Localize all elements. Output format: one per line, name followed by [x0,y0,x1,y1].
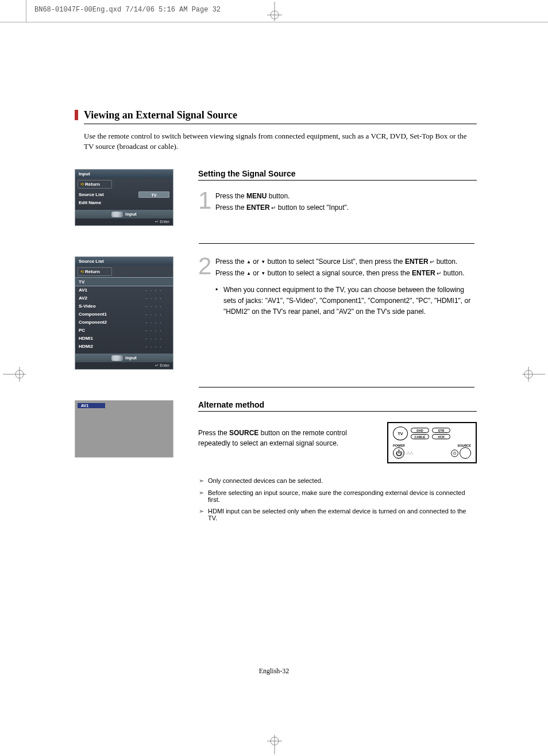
osd-row-value: - - - - [138,344,169,348]
section-source-list: Source List ⟲Return TV AV1- - - - AV2- -… [75,256,477,370]
osd-footer-label: Input [125,212,137,217]
divider [199,387,474,387]
page-title: Viewing an External Signal Source [84,109,477,124]
osd-row-pc: PC- - - - [75,326,173,334]
osd-source-list: Source List ⟲Return TV AV1- - - - AV2- -… [75,256,173,370]
page: BN68-01047F-00Eng.qxd 7/14/06 5:16 AM Pa… [0,0,548,756]
text: or [251,258,261,266]
crop-mark [0,22,548,22]
text: button. [442,269,465,277]
text: button to select a signal source, then p… [265,269,412,277]
key-name: ENTER [405,258,429,266]
page-number: English-32 [0,667,548,676]
key-name: MENU [246,192,267,200]
notes-list: ➣Only connected devices can be selected.… [199,477,477,521]
section-alternate: AV1 Alternate method Press the SOURCE bu… [75,400,477,463]
osd-row-label: Component2 [79,320,138,325]
key-name: ENTER [412,269,435,277]
note-text: Before selecting an input source, make s… [208,489,477,503]
osd-return: ⟲Return [78,180,112,189]
text: button to select "Source List", then pre… [265,258,405,266]
note-item: ➣Only connected devices can be selected. [199,477,477,485]
osd-row-svideo: S-Video- - - - [75,302,173,310]
remote-stb-button: STB [432,428,450,433]
remote-tv-button: TV [393,427,408,440]
bullet-icon: • [215,285,223,318]
key-name: ENTER [246,204,270,212]
bullet-note: • When you connect equipment to the TV, … [215,285,477,318]
registration-mark-icon [3,367,26,382]
intro-text: Use the remote control to switch between… [84,131,477,152]
return-icon: ⟲ [80,182,84,186]
registration-mark-icon [267,735,282,754]
note-icon: ➣ [199,508,208,521]
osd-enter-label: Enter [160,363,169,367]
return-icon: ⟲ [80,270,84,274]
power-icon: ⏻ [393,447,404,459]
crop-mark [26,0,26,22]
osd-enter-hint: ↵ Enter [75,218,173,225]
osd-row-hdmi2: HDMI2- - - - [75,342,173,350]
dial-icon [111,355,123,361]
step-number: 1 [198,191,215,213]
osd-row-value: - - - - [138,336,169,340]
source-small-icon: ⊙ [451,450,458,457]
osd-row-value: - - - - [138,296,169,300]
step-1: 1 Press the MENU button. Press the ENTER… [198,191,477,213]
content-area: Viewing an External Signal Source Use th… [75,109,477,526]
osd-row-label: TV [79,279,169,285]
text: Press the [198,429,229,437]
note-text: HDMI input can be selected only when the… [208,508,477,521]
osd-row-source-list: Source ListTV [75,190,173,198]
section-setting-source: Input ⟲Return Source ListTV Edit Name In… [75,169,477,226]
osd-row-label: HDMI2 [79,344,138,349]
tv-preview-panel: AV1 [75,400,173,458]
osd-row-component2: Component2- - - - [75,318,173,326]
osd-footer: Input [75,210,173,218]
note-item: ➣Before selecting an input source, make … [199,489,477,503]
osd-row-value: - - - - [138,320,169,324]
key-name: SOURCE [229,429,258,437]
osd-row-av1: AV1- - - - [75,286,173,294]
osd-row-label: AV2 [79,296,138,301]
note-item: ➣HDMI input can be selected only when th… [199,508,477,521]
remote-diagram: TV DVD CABLE STB VCR [387,422,477,463]
osd-row-label: AV1 [79,287,138,293]
registration-mark-icon [522,367,545,382]
note-icon: ➣ [199,477,208,485]
text: Press the [215,204,246,212]
osd-row-label: PC [79,328,138,333]
osd-row-edit-name: Edit Name [75,198,173,206]
section-heading: Setting the Signal Source [198,169,477,181]
text: or [251,269,261,277]
osd-enter-hint: ↵ Enter [75,362,173,369]
osd-row-label: S-Video [79,304,138,309]
osd-title: Input [75,170,173,178]
up-arrow-icon [246,258,251,266]
osd-row-label: Component1 [79,312,138,317]
text: button. [267,192,290,200]
enter-icon: ↵ [429,259,435,265]
note-icon: ➣ [199,489,208,503]
bullet-text: When you connect equipment to the TV, yo… [223,285,477,318]
osd-footer-label: Input [125,355,137,360]
osd-enter-label: Enter [160,220,169,224]
osd-row-value: - - - - [138,312,169,316]
text: button. [434,258,457,266]
osd-row-value: TV [138,191,169,198]
osd-row-label: Edit Name [79,200,169,205]
enter-icon: ↵ [270,205,276,211]
step-body: Press the or button to select "Source Li… [215,256,477,317]
osd-return-label: Return [85,269,100,274]
osd-footer: Input [75,354,173,362]
step-number: 2 [198,256,215,317]
remote-dots-icon: ∴∴ [407,452,414,455]
osd-row-label: HDMI1 [79,336,138,341]
osd-input-menu: Input ⟲Return Source ListTV Edit Name In… [75,169,173,226]
osd-row-component1: Component1- - - - [75,310,173,318]
osd-return-label: Return [85,182,100,187]
step-body: Press the MENU button. Press the ENTER ↵… [215,191,349,213]
source-button-icon [460,447,471,459]
text: button to select "Input". [276,204,349,212]
osd-row-value: - - - - [138,304,169,308]
